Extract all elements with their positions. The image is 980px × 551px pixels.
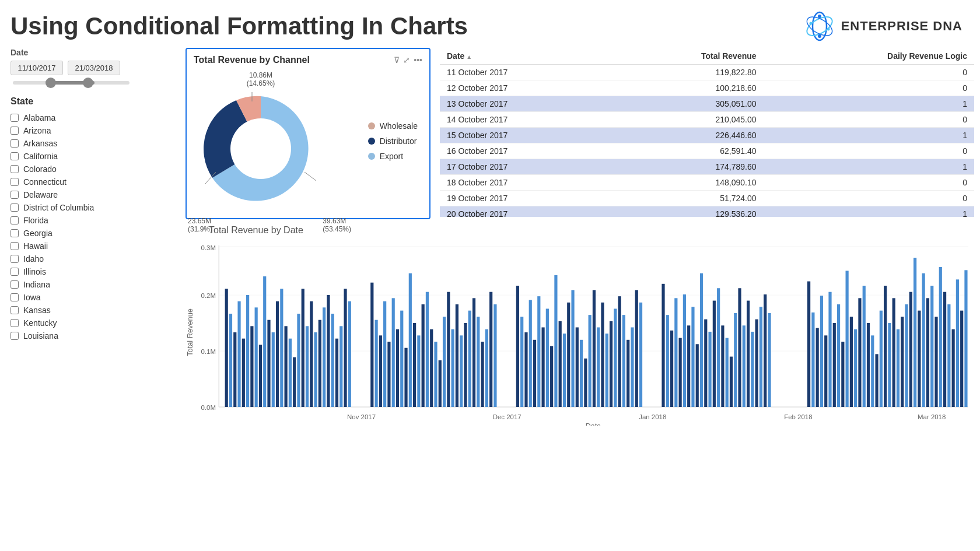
state-checkbox[interactable] — [10, 165, 19, 173]
cell-date: 18 October 2017 — [440, 175, 608, 191]
svg-rect-83 — [477, 317, 480, 407]
svg-rect-43 — [289, 339, 292, 407]
state-checkbox[interactable] — [10, 114, 19, 122]
svg-rect-117 — [639, 303, 642, 407]
date-start-input[interactable]: 11/10/2017 — [10, 61, 63, 75]
state-checkbox[interactable] — [10, 242, 19, 250]
svg-rect-170 — [918, 311, 921, 407]
main-layout: Date 11/10/2017 21/03/2018 State Alabama… — [0, 48, 980, 431]
svg-rect-113 — [622, 315, 625, 407]
svg-text:0.1M: 0.1M — [201, 348, 216, 355]
legend-label: Distributor — [380, 136, 417, 146]
table-row: 13 October 2017305,051.001 — [440, 96, 974, 112]
svg-rect-107 — [597, 327, 600, 407]
state-checkbox[interactable] — [10, 280, 19, 289]
svg-rect-50 — [318, 320, 321, 407]
svg-rect-129 — [708, 332, 711, 407]
table-scroll-container[interactable]: Date Total Revenue Daily Revenue Logic 1… — [440, 48, 974, 217]
cell-revenue: 62,591.40 — [608, 143, 763, 159]
state-checkbox[interactable] — [10, 293, 19, 301]
svg-rect-132 — [721, 325, 724, 407]
svg-rect-91 — [529, 300, 532, 407]
svg-rect-49 — [314, 332, 317, 407]
svg-rect-138 — [747, 301, 750, 407]
svg-rect-28 — [225, 289, 228, 407]
page-title: Using Conditional Formatting In Charts — [10, 12, 468, 40]
filter-icon[interactable]: ⊽ — [394, 55, 400, 65]
legend-item: Wholesale — [368, 121, 418, 131]
state-label-text: Alabama — [23, 113, 55, 122]
svg-rect-177 — [947, 304, 950, 407]
svg-rect-136 — [738, 288, 741, 407]
svg-rect-35 — [255, 307, 258, 407]
legend-color-dot — [368, 122, 375, 129]
svg-rect-155 — [854, 329, 857, 407]
state-checkbox[interactable] — [10, 178, 19, 186]
state-checkbox[interactable] — [10, 229, 19, 237]
svg-rect-102 — [576, 327, 579, 407]
state-list-item: Kansas — [10, 304, 174, 317]
svg-rect-176 — [943, 292, 946, 407]
date-slider[interactable] — [10, 81, 174, 85]
state-checkbox[interactable] — [10, 203, 19, 212]
state-checkbox[interactable] — [10, 127, 19, 135]
state-checkbox[interactable] — [10, 152, 19, 160]
donut-label-bottom-left: 23.65M(31.9%) — [188, 217, 212, 233]
state-checkbox[interactable] — [10, 255, 19, 263]
svg-rect-168 — [909, 292, 912, 407]
state-list-item: Florida — [10, 214, 174, 227]
svg-rect-144 — [807, 282, 810, 407]
svg-rect-125 — [691, 307, 694, 407]
cell-date: 17 October 2017 — [440, 159, 608, 175]
svg-rect-175 — [939, 267, 942, 407]
state-checkbox[interactable] — [10, 306, 19, 314]
svg-rect-154 — [850, 317, 853, 407]
state-checkbox[interactable] — [10, 332, 19, 340]
table-header: Date Total Revenue Daily Revenue Logic — [440, 48, 974, 65]
svg-line-10 — [304, 172, 316, 181]
col-date[interactable]: Date — [440, 48, 608, 65]
svg-rect-31 — [237, 301, 240, 407]
date-end-input[interactable]: 21/03/2018 — [68, 61, 120, 75]
svg-rect-61 — [383, 301, 386, 407]
state-checkbox[interactable] — [10, 216, 19, 224]
table-row: 19 October 201751,724.000 — [440, 191, 974, 206]
donut-svg — [200, 87, 322, 210]
slider-thumb-left[interactable] — [46, 78, 56, 88]
svg-rect-128 — [704, 320, 707, 407]
svg-rect-93 — [537, 296, 540, 407]
cell-revenue: 51,724.00 — [608, 191, 763, 206]
state-label-text: Illinois — [23, 267, 46, 276]
state-list-item: Delaware — [10, 188, 174, 201]
state-label-text: Georgia — [23, 229, 52, 238]
bar-chart-svg: 0.0M 0.1M 0.2M 0.3M Total Revenue Nov 20… — [186, 239, 974, 426]
cell-logic: 1 — [764, 96, 974, 112]
svg-rect-45 — [297, 314, 300, 407]
svg-rect-47 — [306, 326, 309, 407]
svg-rect-165 — [897, 329, 900, 407]
state-label-text: Idaho — [23, 254, 44, 264]
state-checkbox[interactable] — [10, 268, 19, 276]
svg-text:Date: Date — [586, 422, 601, 426]
slider-thumb-right[interactable] — [83, 78, 93, 88]
svg-rect-112 — [618, 296, 621, 407]
state-checkbox[interactable] — [10, 191, 19, 199]
svg-rect-124 — [687, 325, 690, 407]
svg-rect-46 — [302, 289, 304, 407]
state-checkbox[interactable] — [10, 319, 19, 327]
svg-text:Feb 2018: Feb 2018 — [784, 413, 812, 420]
svg-rect-156 — [858, 298, 861, 407]
cell-revenue: 100,218.60 — [608, 80, 763, 96]
more-icon[interactable]: ••• — [414, 55, 422, 65]
donut-label-bottom-right: 39.63M(53.45%) — [323, 217, 351, 233]
svg-rect-66 — [404, 348, 407, 407]
svg-rect-89 — [520, 317, 523, 407]
cell-revenue: 129,536.20 — [608, 206, 763, 217]
expand-icon[interactable]: ⤢ — [403, 55, 410, 65]
state-checkbox[interactable] — [10, 139, 19, 148]
charts-area: Total Revenue by Channel ⊽ ⤢ ••• 10.86M(… — [186, 48, 980, 431]
svg-rect-34 — [250, 326, 253, 407]
svg-rect-173 — [930, 286, 933, 407]
state-filter-label: State — [10, 96, 174, 107]
svg-point-6 — [827, 28, 830, 31]
